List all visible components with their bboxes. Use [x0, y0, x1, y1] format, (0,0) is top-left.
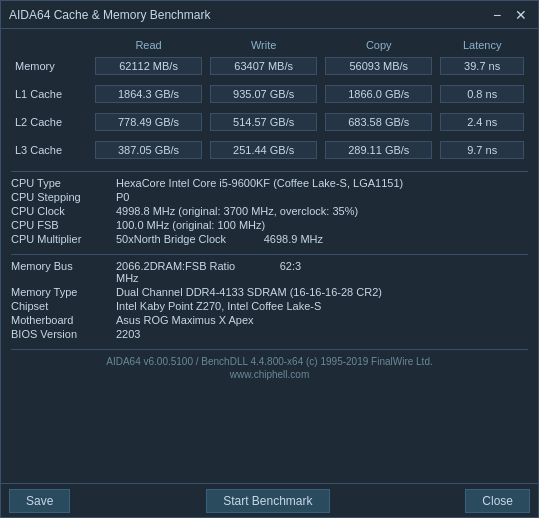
footer-line2: www.chiphell.com [11, 369, 528, 382]
memory-copy: 56093 MB/s [325, 57, 432, 75]
content-area: Read Write Copy Latency Memory 62112 MB/… [1, 29, 538, 483]
nb-clock-label: North Bridge Clock [134, 233, 264, 245]
window-controls: − ✕ [488, 6, 530, 24]
l1-copy: 1866.0 GB/s [325, 85, 432, 103]
col-header-copy: Copy [321, 37, 436, 55]
l3-write: 251.44 GB/s [210, 141, 317, 159]
nb-clock-value: 4698.9 MHz [264, 233, 528, 245]
row-label-l2: L2 Cache [11, 111, 91, 133]
memory-latency: 39.7 ns [440, 57, 524, 75]
memory-read: 62112 MB/s [95, 57, 202, 75]
motherboard-label: Motherboard [11, 314, 116, 326]
col-header-read: Read [91, 37, 206, 55]
cpu-type-value: HexaCore Intel Core i5-9600KF (Coffee La… [116, 177, 528, 189]
info-row-cpu-stepping: CPU Stepping P0 [11, 190, 528, 204]
col-header-label [11, 37, 91, 55]
memory-write: 63407 MB/s [210, 57, 317, 75]
dram-ratio-label: DRAM:FSB Ratio [150, 260, 280, 272]
footer-line1: AIDA64 v6.00.5100 / BenchDLL 4.4.800-x64… [11, 354, 528, 369]
bios-label: BIOS Version [11, 328, 116, 340]
table-row: L2 Cache 778.49 GB/s 514.57 GB/s 683.58 … [11, 111, 528, 133]
table-row: L3 Cache 387.05 GB/s 251.44 GB/s 289.11 … [11, 139, 528, 161]
cpu-fsb-label: CPU FSB [11, 219, 116, 231]
info-row-cpu-clock: CPU Clock 4998.8 MHz (original: 3700 MHz… [11, 204, 528, 218]
divider-1 [11, 171, 528, 172]
info-row-motherboard: Motherboard Asus ROG Maximus X Apex [11, 313, 528, 327]
info-row-bios: BIOS Version 2203 [11, 327, 528, 341]
chipset-value: Intel Kaby Point Z270, Intel Coffee Lake… [116, 300, 528, 312]
info-section: CPU Type HexaCore Intel Core i5-9600KF (… [11, 176, 528, 246]
cpu-stepping-value: P0 [116, 191, 528, 203]
info-row-multiplier-nb: CPU Multiplier 50x North Bridge Clock 46… [11, 232, 528, 246]
row-label-l3: L3 Cache [11, 139, 91, 161]
l2-copy: 683.58 GB/s [325, 113, 432, 131]
col-header-latency: Latency [436, 37, 528, 55]
l2-read: 778.49 GB/s [95, 113, 202, 131]
row-label-l1: L1 Cache [11, 83, 91, 105]
l1-latency: 0.8 ns [440, 85, 524, 103]
cpu-clock-label: CPU Clock [11, 205, 116, 217]
memory-bus-value: 2066.2 MHz [116, 260, 150, 284]
info-row-cpu-type: CPU Type HexaCore Intel Core i5-9600KF (… [11, 176, 528, 190]
col-header-write: Write [206, 37, 321, 55]
table-row: L1 Cache 1864.3 GB/s 935.07 GB/s 1866.0 … [11, 83, 528, 105]
window-title: AIDA64 Cache & Memory Benchmark [9, 8, 210, 22]
memory-type-value: Dual Channel DDR4-4133 SDRAM (16-16-16-2… [116, 286, 528, 298]
divider-2 [11, 254, 528, 255]
benchmark-table: Read Write Copy Latency Memory 62112 MB/… [11, 37, 528, 161]
save-button[interactable]: Save [9, 489, 70, 513]
cpu-type-label: CPU Type [11, 177, 116, 189]
l3-copy: 289.11 GB/s [325, 141, 432, 159]
info-section-2: Memory Bus 2066.2 MHz DRAM:FSB Ratio 62:… [11, 259, 528, 341]
dram-ratio-value: 62:3 [280, 260, 528, 272]
cpu-stepping-label: CPU Stepping [11, 191, 116, 203]
cpu-multiplier-value: 50x [116, 233, 134, 245]
row-label-memory: Memory [11, 55, 91, 77]
minimize-button[interactable]: − [488, 6, 506, 24]
info-row-cpu-fsb: CPU FSB 100.0 MHz (original: 100 MHz) [11, 218, 528, 232]
title-bar: AIDA64 Cache & Memory Benchmark − ✕ [1, 1, 538, 29]
l3-read: 387.05 GB/s [95, 141, 202, 159]
l2-write: 514.57 GB/s [210, 113, 317, 131]
start-benchmark-button[interactable]: Start Benchmark [206, 489, 329, 513]
table-row: Memory 62112 MB/s 63407 MB/s 56093 MB/s … [11, 55, 528, 77]
main-window: AIDA64 Cache & Memory Benchmark − ✕ Read… [0, 0, 539, 518]
info-row-chipset: Chipset Intel Kaby Point Z270, Intel Cof… [11, 299, 528, 313]
info-row-membus-dram: Memory Bus 2066.2 MHz DRAM:FSB Ratio 62:… [11, 259, 528, 285]
cpu-clock-value: 4998.8 MHz (original: 3700 MHz, overcloc… [116, 205, 528, 217]
cpu-fsb-value: 100.0 MHz (original: 100 MHz) [116, 219, 528, 231]
chipset-label: Chipset [11, 300, 116, 312]
memory-bus-label: Memory Bus [11, 260, 116, 272]
info-row-memory-type: Memory Type Dual Channel DDR4-4133 SDRAM… [11, 285, 528, 299]
bottom-bar: Save Start Benchmark Close [1, 483, 538, 517]
bios-value: 2203 [116, 328, 528, 340]
motherboard-value: Asus ROG Maximus X Apex [116, 314, 528, 326]
l1-read: 1864.3 GB/s [95, 85, 202, 103]
memory-type-label: Memory Type [11, 286, 116, 298]
l3-latency: 9.7 ns [440, 141, 524, 159]
close-button[interactable]: ✕ [512, 6, 530, 24]
divider-3 [11, 349, 528, 350]
l2-latency: 2.4 ns [440, 113, 524, 131]
l1-write: 935.07 GB/s [210, 85, 317, 103]
cpu-multiplier-label: CPU Multiplier [11, 233, 116, 245]
close-button-bottom[interactable]: Close [465, 489, 530, 513]
